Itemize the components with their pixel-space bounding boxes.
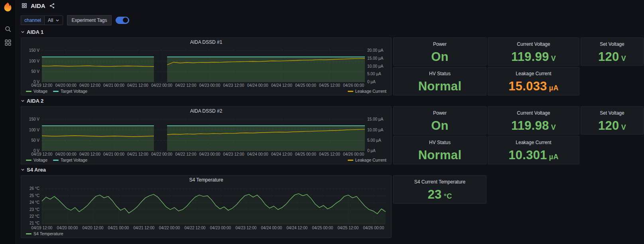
svg-text:04/23 00:00: 04/23 00:00 — [199, 152, 220, 156]
dashboard-submenu: channel All Experiment Tags — [21, 15, 129, 25]
section-title: S4 Area — [27, 167, 46, 173]
stat-value: 119.99V — [488, 47, 579, 65]
legend-item[interactable]: Target Voltage — [53, 158, 87, 162]
stat-panel-hv-status-1: HV Status Normal — [393, 67, 486, 96]
panel-title: Set Voltage — [581, 107, 643, 117]
svg-text:04/25 00:00: 04/25 00:00 — [295, 152, 316, 156]
section-header-aida-1[interactable]: AIDA 1 — [21, 28, 43, 36]
svg-text:04/20 12:00: 04/20 12:00 — [79, 152, 100, 156]
toggle-switch[interactable] — [116, 17, 129, 24]
svg-text:21 °C: 21 °C — [30, 221, 39, 225]
svg-text:04/21 12:00: 04/21 12:00 — [127, 152, 148, 156]
panel-title: HV Status — [394, 67, 486, 78]
svg-text:04/25 12:00: 04/25 12:00 — [319, 152, 340, 156]
svg-text:04/26 00:00: 04/26 00:00 — [343, 83, 364, 88]
svg-text:04/20 00:00: 04/20 00:00 — [55, 152, 77, 156]
svg-text:10.00 µA: 10.00 µA — [367, 128, 384, 132]
stat-value: 10.301µA — [488, 146, 579, 164]
top-bar: AIDA — [16, 0, 61, 11]
svg-text:04/24 12:00: 04/24 12:00 — [271, 83, 292, 88]
stat-panel-set-voltage-1: Set Voltage 120V — [581, 37, 644, 66]
panel-title[interactable]: S4 Temperature — [21, 176, 391, 184]
svg-text:04/19 12:00: 04/19 12:00 — [32, 83, 53, 88]
chevron-down-icon — [55, 18, 59, 22]
stat-panel-hv-status-2: HV Status Normal — [393, 136, 486, 164]
section-title: AIDA 2 — [27, 98, 43, 104]
legend-item[interactable]: S4 Temperature — [26, 231, 63, 236]
stat-panel-current-voltage-1: Current Voltage 119.99V — [488, 37, 579, 66]
svg-text:0 µA: 0 µA — [367, 148, 376, 153]
panel-title: S4 Current Temperature — [394, 176, 486, 186]
share-icon[interactable] — [49, 3, 55, 9]
svg-text:04/21 00:00: 04/21 00:00 — [103, 83, 124, 88]
svg-text:04/23 12:00: 04/23 12:00 — [223, 83, 244, 88]
section-header-s4-area[interactable]: S4 Area — [21, 166, 46, 174]
svg-text:10.00 µA: 10.00 µA — [367, 64, 384, 68]
legend-item[interactable]: Voltage — [26, 89, 47, 94]
section-title: AIDA 1 — [27, 29, 43, 35]
legend-item[interactable]: Leakage Current — [348, 158, 386, 162]
dashboard-grid-icon — [22, 3, 27, 8]
panel-title: Leakage Current — [488, 136, 579, 146]
svg-text:04/24 00:00: 04/24 00:00 — [247, 83, 268, 88]
panel-title: Power — [394, 107, 486, 117]
chart-panel-aida-dssd-2: AIDA DSSD #2 0 V50 V100 V150 V0 µA5.00 µ… — [21, 106, 392, 164]
chart-legend: VoltageTarget VoltageLeakage Current — [26, 157, 386, 163]
series-color-swatch — [26, 233, 32, 234]
stat-panel-leakage-current-2: Leakage Current 10.301µA — [488, 136, 579, 164]
svg-text:100 V: 100 V — [29, 59, 39, 63]
stat-value: 120V — [581, 116, 643, 134]
legend-item[interactable]: Leakage Current — [348, 89, 386, 94]
svg-text:04/21 12:00: 04/21 12:00 — [133, 226, 154, 230]
variable-channel-label: channel — [21, 16, 44, 25]
section-header-aida-2[interactable]: AIDA 2 — [21, 97, 43, 105]
svg-text:04/22 00:00: 04/22 00:00 — [151, 83, 172, 88]
svg-text:50 V: 50 V — [31, 138, 39, 142]
search-icon[interactable] — [4, 25, 12, 33]
stat-value: 15.033µA — [488, 77, 579, 95]
svg-text:04/22 12:00: 04/22 12:00 — [184, 226, 205, 230]
grafana-logo[interactable] — [2, 2, 13, 13]
svg-text:0 µA: 0 µA — [367, 80, 376, 84]
apps-grid-icon[interactable] — [4, 38, 12, 47]
panel-title: Current Voltage — [488, 107, 579, 117]
chart-panel-s4-temperature: S4 Temperature 21 °C22 °C23 °C24 °C25 °C… — [21, 175, 392, 238]
panel-title[interactable]: AIDA DSSD #2 — [21, 107, 391, 115]
time-series-plot[interactable]: 21 °C22 °C23 °C24 °C25 °C26 °C04/19 12:0… — [23, 184, 390, 230]
svg-text:04/26 00:00: 04/26 00:00 — [343, 152, 364, 156]
series-color-swatch — [53, 160, 59, 161]
time-series-plot[interactable]: 0 V50 V100 V150 V0 µA5.00 µA10.00 µA15.0… — [23, 115, 390, 157]
svg-text:04/21 12:00: 04/21 12:00 — [127, 83, 148, 88]
series-color-swatch — [348, 91, 353, 92]
variable-channel-dropdown[interactable]: All — [44, 16, 63, 25]
panel-title[interactable]: AIDA DSSD #1 — [21, 38, 391, 47]
svg-text:04/25 12:00: 04/25 12:00 — [337, 226, 358, 230]
svg-text:50 V: 50 V — [31, 69, 39, 74]
panel-title: Leakage Current — [488, 67, 579, 78]
svg-text:100 V: 100 V — [29, 128, 39, 132]
legend-item[interactable]: Voltage — [26, 158, 47, 162]
sidebar — [0, 0, 16, 244]
stat-value: Normal — [394, 77, 486, 95]
svg-text:04/24 12:00: 04/24 12:00 — [286, 226, 307, 230]
svg-text:04/24 00:00: 04/24 00:00 — [247, 152, 268, 156]
experiment-tags-button[interactable]: Experiment Tags — [67, 15, 111, 25]
svg-text:04/24 00:00: 04/24 00:00 — [261, 226, 282, 230]
chart-legend: VoltageTarget VoltageLeakage Current — [26, 88, 386, 94]
legend-item[interactable]: Target Voltage — [53, 89, 87, 94]
page-title: AIDA — [31, 2, 45, 9]
svg-text:23 °C: 23 °C — [30, 207, 39, 212]
svg-text:150 V: 150 V — [29, 48, 39, 53]
svg-text:25 °C: 25 °C — [30, 193, 39, 198]
svg-text:04/25 12:00: 04/25 12:00 — [319, 83, 340, 88]
svg-text:04/20 12:00: 04/20 12:00 — [83, 226, 104, 230]
svg-text:04/23 12:00: 04/23 12:00 — [235, 226, 256, 230]
chevron-down-icon — [21, 99, 25, 103]
stat-value: On — [394, 47, 486, 65]
svg-text:150 V: 150 V — [29, 117, 39, 121]
time-series-plot[interactable]: 0 V50 V100 V150 V0 µA5.00 µA10.00 µA15.0… — [23, 47, 390, 88]
svg-text:04/19 12:00: 04/19 12:00 — [32, 226, 53, 230]
svg-text:04/23 00:00: 04/23 00:00 — [199, 83, 220, 88]
chart-legend: S4 Temperature — [26, 231, 386, 236]
svg-text:04/21 00:00: 04/21 00:00 — [103, 152, 124, 156]
